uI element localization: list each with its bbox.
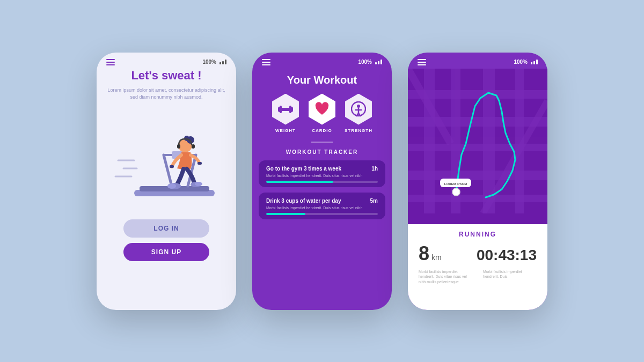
- stats-sub-row: Morbi facilisis imperdiet hendrerit. Dui…: [419, 269, 537, 285]
- strength-hexagon: [343, 94, 374, 125]
- svg-rect-37: [408, 117, 547, 127]
- stats-area: RUNNING 8km 00:43:13 Morbi facilisis imp…: [408, 224, 547, 310]
- tracker-progress-2: [266, 213, 378, 215]
- cardio-hexagon: [306, 94, 338, 125]
- stat-sub-right: Morbi facilisis imperdiet hendrerit. Dui…: [483, 269, 537, 280]
- svg-rect-15: [197, 162, 202, 165]
- phone-running: 100%: [408, 53, 547, 310]
- phone-welcome: 100% Let's sweat ! Lorem ipsum dolor sit…: [97, 53, 236, 310]
- tracker-card-2-title: Drink 3 cups of water per day: [266, 198, 341, 204]
- screens-container: 100% Let's sweat ! Lorem ipsum dolor sit…: [97, 53, 547, 310]
- workout-weight[interactable]: WEIGHT: [270, 94, 301, 133]
- tracker-card-1-title: Go to the gym 3 times a week: [266, 166, 341, 172]
- svg-point-17: [167, 183, 176, 189]
- svg-text:LOREM IPSUM: LOREM IPSUM: [444, 182, 467, 186]
- treadmill-illustration: [107, 107, 225, 214]
- tracker-progress-1: [266, 181, 378, 183]
- progress-bar-1: [266, 181, 333, 183]
- weight-hexagon: [270, 94, 301, 125]
- weight-label: WEIGHT: [275, 128, 296, 133]
- workout-strength[interactable]: STRENGTH: [343, 94, 374, 133]
- svg-rect-23: [280, 106, 282, 113]
- login-button[interactable]: LOG IN: [123, 219, 209, 238]
- signal-icon-2: [375, 60, 382, 64]
- signal-icon-3: [531, 60, 538, 64]
- distance-stat: 8km: [419, 242, 442, 265]
- svg-line-2: [164, 155, 172, 186]
- divider: [311, 142, 333, 143]
- welcome-title: Let's sweat !: [131, 69, 201, 83]
- distance-value: 8: [419, 242, 429, 264]
- time-value: 00:43:13: [477, 247, 537, 263]
- signup-button[interactable]: SIGN UP: [123, 243, 209, 261]
- svg-rect-39: [408, 171, 547, 180]
- battery-1: 100%: [202, 59, 216, 65]
- battery-3: 100%: [514, 59, 528, 65]
- svg-point-26: [357, 105, 360, 108]
- workout-cardio[interactable]: CARDIO: [306, 94, 338, 133]
- status-bar-1: 100%: [97, 53, 236, 69]
- svg-rect-40: [408, 195, 547, 202]
- tracker-title: WORKOUT TRACKER: [252, 149, 392, 155]
- tracker-card-2[interactable]: Drink 3 cups of water per day 5m Morbi f…: [259, 193, 385, 219]
- hamburger-icon-1[interactable]: [106, 59, 115, 65]
- welcome-subtitle: Lorem ipsum dolor sit amet, consectetur …: [107, 87, 225, 101]
- workout-icons: WEIGHT CARDIO: [252, 94, 392, 133]
- svg-point-19: [195, 182, 202, 186]
- hamburger-icon-2[interactable]: [262, 59, 270, 65]
- svg-rect-38: [408, 144, 547, 151]
- distance-unit: km: [431, 253, 442, 262]
- strength-label: STRENGTH: [345, 128, 372, 133]
- tracker-card-1[interactable]: Go to the gym 3 times a week 1h Morbi fa…: [259, 160, 385, 187]
- tracker-card-2-time: 5m: [370, 198, 378, 204]
- time-stat: 00:43:13: [477, 247, 537, 264]
- tracker-card-1-sub: Morbi facilisis imperdiet hendrerit. Dui…: [266, 174, 378, 178]
- stat-sub-left: Morbi facilisis imperdiet hendrerit. Dui…: [419, 269, 472, 285]
- hamburger-icon-3[interactable]: [418, 59, 426, 65]
- svg-rect-36: [408, 90, 547, 99]
- tracker-card-1-time: 1h: [371, 166, 378, 172]
- screen1-content: Let's sweat ! Lorem ipsum dolor sit amet…: [97, 69, 236, 261]
- svg-rect-12: [177, 144, 180, 149]
- signal-icon-1: [219, 60, 226, 64]
- tracker-card-2-sub: Morbi facilisis imperdiet hendrerit. Dui…: [266, 206, 378, 210]
- progress-bar-2: [266, 213, 305, 215]
- status-bar-3: 100%: [408, 53, 547, 69]
- svg-rect-24: [289, 106, 291, 113]
- workout-title: Your Workout: [252, 69, 392, 94]
- stats-row: 8km 00:43:13: [419, 242, 537, 265]
- svg-point-43: [452, 188, 460, 196]
- status-bar-2: 100%: [252, 53, 392, 69]
- battery-2: 100%: [358, 59, 372, 65]
- svg-rect-14: [170, 165, 174, 168]
- running-title: RUNNING: [419, 231, 537, 238]
- phone-workout: 100% Your Workout: [252, 53, 392, 310]
- map-area: LOREM IPSUM: [408, 69, 547, 224]
- svg-rect-13: [192, 144, 195, 149]
- cardio-label: CARDIO: [312, 128, 332, 133]
